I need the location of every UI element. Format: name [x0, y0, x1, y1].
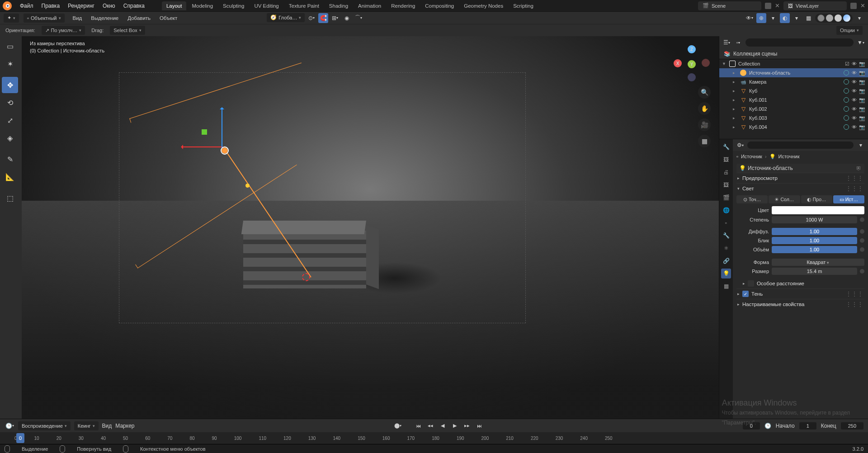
gizmo-opts-icon[interactable]: ▾	[768, 13, 778, 23]
tool-scale[interactable]: ⤢	[2, 112, 18, 128]
properties-search-input[interactable]	[747, 142, 854, 149]
outliner-item[interactable]: ▸▽Куб.001👁📷	[719, 95, 868, 104]
camera-restrict-icon[interactable]: 📷	[859, 88, 865, 94]
panel-preview[interactable]: ▸Предпросмотр⋮⋮⋮	[736, 173, 864, 183]
tab-data-light[interactable]: 💡	[721, 269, 731, 278]
tab-geonodes[interactable]: Geometry Nodes	[459, 1, 508, 10]
tab-rendering[interactable]: Rendering	[387, 1, 420, 10]
play-reverse-icon[interactable]: ◀	[437, 421, 448, 430]
panel-custom-props[interactable]: ▸Настраиваемые свойства⋮⋮⋮	[736, 299, 864, 309]
keying-menu[interactable]: Кеинг▾	[74, 421, 99, 430]
panel-light[interactable]: ▾Свет⋮⋮⋮	[736, 183, 864, 193]
tab-shading[interactable]: Shading	[325, 1, 353, 10]
tab-texturepaint[interactable]: Texture Paint	[284, 1, 324, 10]
overlay-toggle[interactable]: ◐	[780, 13, 790, 23]
eye-icon[interactable]: 👁	[852, 97, 857, 103]
gizmo-x-axis[interactable]	[182, 146, 223, 147]
tool-select[interactable]: ▭	[2, 38, 18, 54]
overlay-opts-icon[interactable]: ▾	[792, 13, 802, 23]
outliner-type-icon[interactable]: ☰▾	[722, 38, 731, 47]
prop-opts-icon[interactable]: ▾	[856, 141, 865, 149]
menu-edit[interactable]: Правка	[38, 1, 64, 10]
axis-z[interactable]: Z	[688, 45, 696, 53]
scene-new-icon[interactable]	[765, 3, 771, 9]
view-menu[interactable]: Вид	[69, 14, 86, 22]
breadcrumb2[interactable]: Источник	[778, 154, 800, 159]
material-icon[interactable]	[844, 79, 849, 85]
add-menu[interactable]: Добавить	[124, 14, 154, 22]
tool-cursor[interactable]: ✶	[2, 56, 18, 72]
tool-annotate[interactable]: ✎	[2, 151, 18, 167]
diffuse-field[interactable]: 1.00	[772, 228, 857, 235]
anim-dot-icon[interactable]	[860, 238, 864, 243]
tl-view-menu[interactable]: Вид	[102, 423, 112, 429]
camera-restrict-icon[interactable]: 📷	[859, 97, 865, 103]
tab-viewlayer[interactable]: 🖼	[721, 180, 731, 190]
tab-output[interactable]: 🖨	[721, 167, 731, 177]
start-frame-field[interactable]: 1	[799, 422, 816, 429]
falloff-icon[interactable]: ⌒▾	[354, 13, 363, 23]
breadcrumb1[interactable]: Источник	[741, 154, 762, 159]
panel-shadow[interactable]: ▸✓Тень⋮⋮⋮	[736, 288, 864, 299]
tab-world[interactable]: 🌐	[721, 205, 731, 215]
tool-move[interactable]: ✥	[2, 77, 18, 93]
anim-dot-icon[interactable]	[860, 247, 864, 252]
tab-animation[interactable]: Animation	[354, 1, 386, 10]
shading-wireframe-icon[interactable]	[817, 14, 825, 22]
jump-end-icon[interactable]: ⏭	[474, 421, 485, 430]
outliner-item[interactable]: ▸Источник-область👁📷	[719, 68, 868, 77]
tool-add-cube[interactable]: ⬚	[2, 190, 18, 206]
shape-dropdown[interactable]: Квадрат ▾	[772, 259, 864, 266]
next-key-icon[interactable]: ▸▸	[462, 421, 472, 430]
pivot-icon[interactable]: ⊙▾	[307, 13, 316, 23]
material-icon[interactable]	[844, 70, 849, 76]
sync-icon[interactable]: 🕒	[764, 423, 771, 429]
gizmo-y-handle[interactable]	[202, 129, 207, 135]
proportional-edit-icon[interactable]: ◉	[342, 13, 352, 23]
object-menu[interactable]: Объект	[156, 14, 181, 22]
menu-window[interactable]: Окно	[99, 1, 119, 10]
tab-physics[interactable]: ⚛	[721, 243, 731, 253]
camera-restrict-icon[interactable]: 📷	[859, 61, 865, 67]
navigation-gizmo[interactable]: Z X Y	[674, 45, 710, 81]
select-menu[interactable]: Выделение	[87, 14, 122, 22]
sub-distance[interactable]: ▸Особое расстояние	[736, 278, 864, 288]
tab-tool[interactable]: 🔧	[721, 142, 731, 152]
xray-icon[interactable]: ▦	[803, 13, 813, 23]
menu-render[interactable]: Рендеринг	[64, 1, 98, 10]
shading-solid-icon[interactable]	[826, 14, 833, 22]
light-origin-icon[interactable]	[221, 146, 229, 155]
checkbox-icon[interactable]: ☑	[845, 61, 849, 67]
end-frame-field[interactable]: 250	[841, 422, 863, 429]
eye-icon[interactable]: 👁	[852, 106, 857, 112]
tab-render[interactable]: 🖼	[721, 155, 731, 165]
tab-constraints[interactable]: 🔗	[721, 256, 731, 266]
camera-view-icon[interactable]: 🎥	[698, 118, 711, 131]
timeline-type-icon[interactable]: 🕒▾	[5, 421, 14, 431]
playback-menu[interactable]: Воспроизведение▾	[18, 421, 71, 430]
perspective-toggle-icon[interactable]: ▦	[698, 135, 711, 147]
jump-start-icon[interactable]: ⏮	[413, 421, 424, 430]
outliner-item[interactable]: ▸▽Куб👁📷	[719, 86, 868, 95]
material-icon[interactable]	[844, 115, 849, 121]
material-icon[interactable]	[844, 124, 849, 130]
light-type-spot[interactable]: ◐Про…	[801, 195, 832, 203]
tab-uvediting[interactable]: UV Editing	[250, 1, 283, 10]
mode-select[interactable]: ▫Объектный▾	[24, 14, 65, 23]
outliner-item[interactable]: ▸▽Куб.004👁📷	[719, 123, 868, 132]
material-icon[interactable]	[844, 97, 849, 103]
outliner-item[interactable]: ▸📹Камера👁📷	[719, 77, 868, 86]
eye-icon[interactable]: 👁	[852, 88, 857, 94]
layer-close-icon[interactable]: ✕	[860, 2, 865, 9]
tool-transform[interactable]: ◈	[2, 130, 18, 146]
size-field[interactable]: 15.4 m	[772, 268, 857, 275]
outliner-filter-icon[interactable]: ▼▾	[856, 38, 865, 47]
anim-dot-icon[interactable]	[860, 269, 864, 274]
axis-x[interactable]: X	[674, 59, 682, 67]
zoom-icon[interactable]: 🔍	[698, 86, 711, 99]
shading-matpreview-icon[interactable]	[835, 14, 842, 22]
scene-selector[interactable]: 🎬Scene	[698, 1, 761, 10]
camera-restrict-icon[interactable]: 📷	[859, 79, 865, 85]
options-dropdown[interactable]: Опции▾	[836, 26, 863, 35]
material-icon[interactable]	[844, 88, 849, 94]
